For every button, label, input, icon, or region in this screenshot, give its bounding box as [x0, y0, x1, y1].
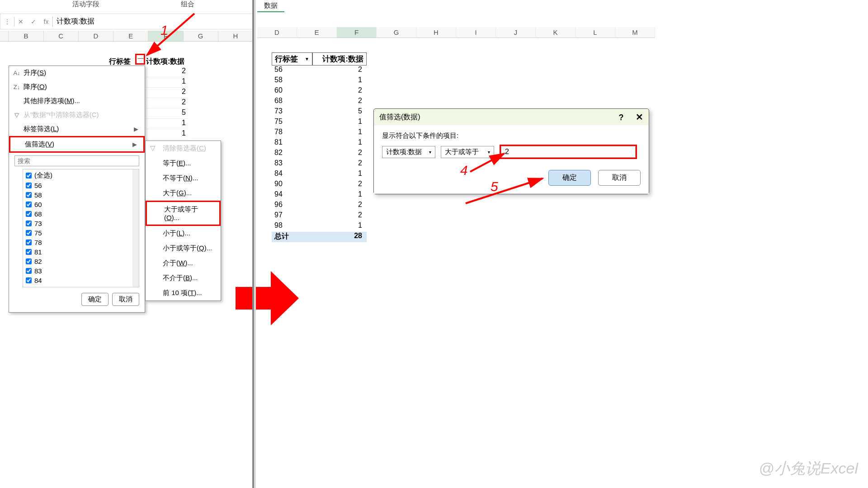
- field-select[interactable]: 计数项:数据▾: [382, 146, 435, 158]
- checkbox[interactable]: [26, 183, 32, 188]
- pivot-row-key: 75: [272, 117, 312, 128]
- submenu-lt[interactable]: 小于(L)...: [146, 226, 221, 241]
- col-header[interactable]: M: [615, 27, 655, 38]
- filter-search-input[interactable]: [14, 155, 139, 166]
- col-header-C[interactable]: C: [44, 31, 79, 41]
- col-header[interactable]: F: [337, 27, 377, 38]
- col-header[interactable]: H: [416, 27, 456, 38]
- pivot-row-label-header: 行标签: [109, 57, 131, 66]
- col-header[interactable]: D: [257, 27, 297, 38]
- filter-item[interactable]: 81: [23, 247, 139, 257]
- filter-item[interactable]: 78: [23, 238, 139, 247]
- dialog-cancel-button[interactable]: 取消: [598, 170, 641, 186]
- col-header[interactable]: G: [377, 27, 416, 38]
- submenu-between[interactable]: 介于(W)...: [146, 256, 221, 271]
- filter-item[interactable]: 83: [23, 266, 139, 276]
- checkbox[interactable]: [26, 268, 32, 274]
- col-header[interactable]: I: [456, 27, 496, 38]
- filter-item[interactable]: 75: [23, 228, 139, 238]
- value-filter[interactable]: 值筛选(V)▶: [9, 136, 145, 153]
- formula-value[interactable]: 计数项:数据: [53, 17, 94, 26]
- dialog-ok-button[interactable]: 确定: [548, 170, 591, 186]
- filter-checkbox-list[interactable]: (全选) 56 58 60 68 73 75 78 81 82 83 84 90…: [23, 169, 139, 287]
- checkbox[interactable]: [26, 221, 32, 226]
- sort-asc[interactable]: A↓升序(S): [9, 66, 145, 80]
- submenu-gt[interactable]: 大于(G)...: [146, 186, 221, 201]
- submenu-eq[interactable]: 等于(E)...: [146, 156, 221, 171]
- dialog-title: 值筛选(数据): [379, 113, 420, 122]
- filter-item[interactable]: 68: [23, 209, 139, 219]
- annotation-4: 4: [460, 163, 468, 178]
- submenu-gte[interactable]: 大于或等于(O)...: [146, 201, 221, 226]
- filter-ok-button[interactable]: 确定: [81, 293, 108, 306]
- filter-item[interactable]: 90: [23, 285, 139, 287]
- pivot-row-value: 1: [312, 169, 367, 180]
- checkbox[interactable]: [26, 277, 32, 283]
- col-header-B[interactable]: B: [9, 31, 43, 41]
- filter-item[interactable]: 58: [23, 190, 139, 200]
- submenu-neq[interactable]: 不等于(N)...: [146, 171, 221, 186]
- ribbon-group-combine: 组合: [181, 0, 194, 9]
- checkbox[interactable]: [26, 173, 32, 178]
- col-header-blank[interactable]: [0, 31, 9, 41]
- submenu-lte[interactable]: 小于或等于(Q)...: [146, 241, 221, 256]
- formula-bar: ⋮ ✕ ✓ fx 计数项:数据: [0, 14, 253, 29]
- checkbox[interactable]: [26, 211, 32, 217]
- sort-desc[interactable]: Z↓降序(O): [9, 80, 145, 94]
- col-header[interactable]: K: [536, 27, 576, 38]
- scrollbar[interactable]: [132, 169, 139, 287]
- checkbox[interactable]: [26, 239, 32, 245]
- pivot-row-value: 1: [312, 221, 367, 232]
- pivot-row-key: 84: [272, 169, 312, 180]
- checkbox[interactable]: [26, 202, 32, 207]
- col-header[interactable]: J: [496, 27, 536, 38]
- checkbox[interactable]: [26, 258, 32, 264]
- operator-select[interactable]: 大于或等于▾: [441, 146, 494, 158]
- pivot-row-value: 2: [312, 66, 367, 76]
- col-header-D[interactable]: D: [79, 31, 113, 41]
- sort-other[interactable]: 其他排序选项(M)...: [9, 94, 145, 108]
- ribbon-group-active-field: 活动字段: [72, 0, 99, 9]
- col-header[interactable]: L: [576, 27, 615, 38]
- right-pivot-table: 行标签▼ 计数项:数据 5625816026827357517818118228…: [272, 52, 367, 242]
- filter-value-input[interactable]: [501, 146, 636, 158]
- chevron-down-icon[interactable]: ▼: [305, 56, 309, 61]
- col-header-H[interactable]: H: [218, 31, 253, 41]
- formula-confirm-icon[interactable]: ✓: [27, 18, 40, 25]
- pivot-row: 581: [272, 76, 367, 86]
- col-header[interactable]: E: [297, 27, 337, 38]
- fx-icon[interactable]: fx: [40, 18, 52, 25]
- right-top-tab[interactable]: 数据: [257, 0, 284, 12]
- dialog-close-icon[interactable]: ✕: [636, 112, 643, 122]
- pivot-row-key: 81: [272, 138, 312, 149]
- filter-item-select-all[interactable]: (全选): [23, 170, 139, 181]
- cell-ref-dots-icon[interactable]: ⋮: [0, 18, 14, 25]
- filter-item[interactable]: 84: [23, 276, 139, 285]
- col-header-G[interactable]: G: [184, 31, 218, 41]
- left-pivot-values: 2 1 2 2 5 1 1 1: [146, 67, 189, 150]
- checkbox[interactable]: [26, 287, 32, 287]
- dialog-help-icon[interactable]: ?: [619, 113, 624, 122]
- filter-item[interactable]: 82: [23, 257, 139, 266]
- pivot-row: 682: [272, 97, 367, 107]
- filter-item[interactable]: 56: [23, 181, 139, 190]
- pivot-row-value: 1: [312, 117, 367, 128]
- row-label-filter-button[interactable]: [135, 54, 145, 65]
- formula-cancel-icon[interactable]: ✕: [14, 18, 27, 25]
- pivot-row-key: 56: [272, 66, 312, 76]
- pivot-row-key: 58: [272, 76, 312, 86]
- pivot-row-label-header[interactable]: 行标签▼: [272, 52, 312, 66]
- submenu-top10[interactable]: 前 10 项(T)...: [146, 286, 221, 300]
- chevron-down-icon: [137, 56, 144, 62]
- pivot-row-key: 78: [272, 128, 312, 138]
- checkbox[interactable]: [26, 230, 32, 236]
- submenu-nbetween[interactable]: 不介于(B)...: [146, 271, 221, 286]
- col-header-E[interactable]: E: [113, 31, 148, 41]
- checkbox[interactable]: [26, 192, 32, 198]
- filter-item[interactable]: 60: [23, 200, 139, 209]
- checkbox[interactable]: [26, 249, 32, 255]
- label-filter[interactable]: 标签筛选(L)▶: [9, 122, 145, 136]
- filter-cancel-button[interactable]: 取消: [112, 293, 139, 306]
- filter-item[interactable]: 73: [23, 219, 139, 228]
- pivot-row-value: 1: [312, 138, 367, 149]
